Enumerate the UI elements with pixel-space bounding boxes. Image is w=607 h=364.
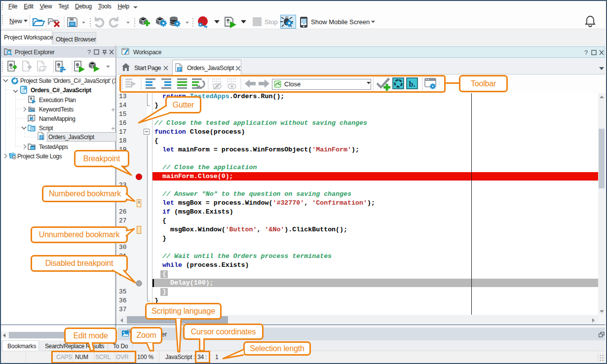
svg-text:?: ? — [87, 49, 91, 56]
svg-text:1: 1 — [138, 200, 140, 204]
svg-text:Show Mobile Screen: Show Mobile Screen — [311, 18, 370, 26]
svg-text:?: ? — [584, 49, 588, 56]
svg-text:Stop: Stop — [265, 18, 278, 26]
